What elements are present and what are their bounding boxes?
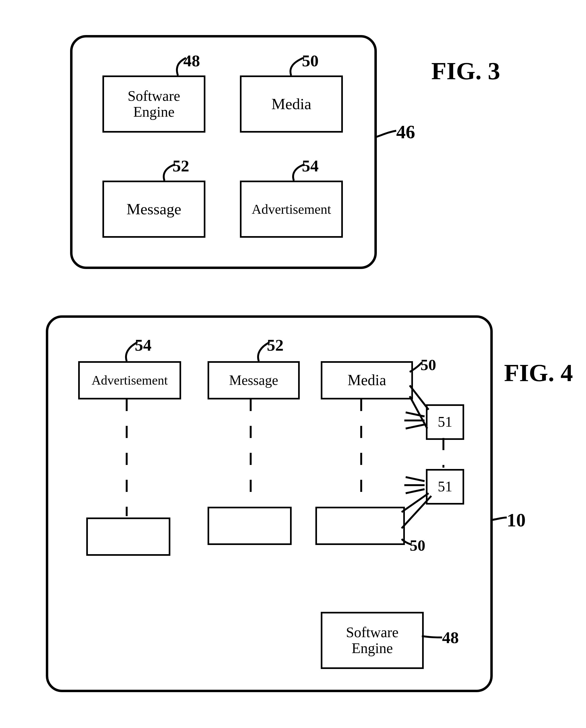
fig4-media-top-box: Media xyxy=(321,361,413,399)
fig3-message-box: Message xyxy=(102,181,205,238)
fig4-software-engine-box: Software Engine xyxy=(321,612,424,669)
fig4-software-engine-ref: 48 xyxy=(442,628,459,647)
fig3-software-engine-box: Software Engine xyxy=(102,76,205,133)
fig4-message-box: Message xyxy=(208,361,300,399)
fig4-media-top-label: Media xyxy=(348,372,386,389)
fig3-container-ref: 46 xyxy=(396,121,415,143)
fig4-software-engine-label: Software Engine xyxy=(346,624,399,656)
fig3-media-box: Media xyxy=(240,76,343,133)
fig3-software-engine-ref: 48 xyxy=(183,51,200,70)
fig3-software-engine-label: Software Engine xyxy=(128,88,180,120)
fig4-satellite-b-label: 51 xyxy=(438,479,452,495)
fig4-advertisement-box: Advertisement xyxy=(78,361,181,399)
fig4-media-bottom-ref: 50 xyxy=(410,536,425,554)
fig4-container-ref: 10 xyxy=(507,510,526,531)
fig4-satellite-b-box: 51 xyxy=(426,469,464,504)
fig4-satellite-a-box: 51 xyxy=(426,404,464,440)
fig3-message-ref: 52 xyxy=(173,156,189,176)
fig4-advertisement-ref: 54 xyxy=(135,336,152,355)
fig3-media-ref: 50 xyxy=(302,51,319,70)
fig4-advertisement-label: Advertisement xyxy=(92,373,168,388)
fig4-message-ref: 52 xyxy=(267,336,284,355)
fig3-advertisement-box: Advertisement xyxy=(240,181,343,238)
fig3-advertisement-ref: 54 xyxy=(302,156,319,176)
fig4-media-bottom-box xyxy=(315,507,405,545)
fig4-media-top-ref: 50 xyxy=(421,356,436,374)
fig4-satellite-a-label: 51 xyxy=(438,414,452,430)
fig3-advertisement-label: Advertisement xyxy=(252,202,331,217)
fig3-media-label: Media xyxy=(272,96,311,113)
fig4-message-label: Message xyxy=(229,372,278,388)
fig4-bottom-empty-left xyxy=(86,518,170,556)
fig4-title: FIG. 4 xyxy=(504,359,573,387)
fig3-title: FIG. 3 xyxy=(431,57,500,85)
fig4-bottom-empty-mid xyxy=(208,507,292,545)
fig3-message-label: Message xyxy=(127,201,181,218)
